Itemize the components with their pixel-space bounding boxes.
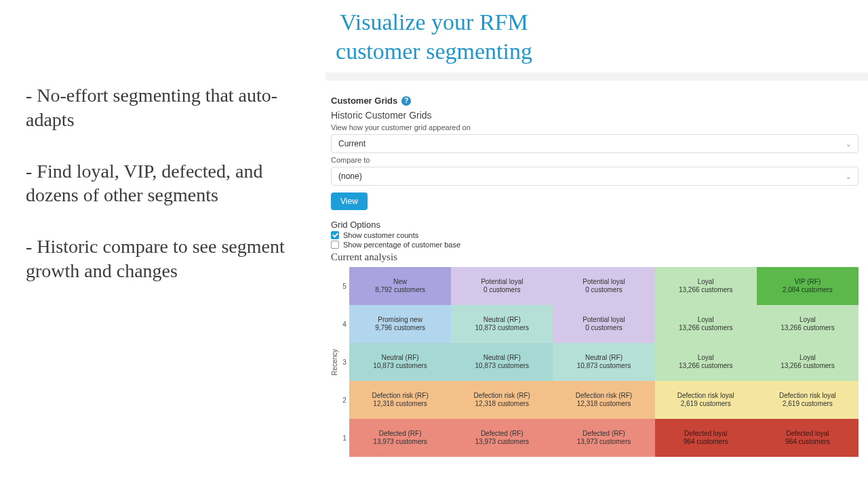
rfm-cell[interactable]: Loyal13,266 customers bbox=[757, 305, 859, 343]
segment-count: 13,266 customers bbox=[781, 324, 835, 333]
segment-count: 12,318 customers bbox=[577, 400, 631, 409]
historic-grids-title: Historic Customer Grids bbox=[331, 110, 859, 121]
segment-name: VIP (RF) bbox=[795, 278, 821, 287]
segment-name: Defected (RF) bbox=[583, 430, 625, 439]
rfm-cell[interactable]: Defected (RF)13,973 customers bbox=[553, 419, 654, 457]
segment-count: 13,266 customers bbox=[679, 362, 733, 371]
segment-count: 8,792 customers bbox=[375, 286, 425, 295]
rfm-cell[interactable]: Defected loyal964 customers bbox=[655, 419, 757, 457]
segment-count: 10,873 customers bbox=[475, 362, 530, 371]
compare-select-value: (none) bbox=[338, 171, 362, 181]
rfm-cell[interactable]: Potential loyal0 customers bbox=[553, 305, 654, 343]
rfm-cell[interactable]: Defected (RF)13,973 customers bbox=[451, 419, 553, 457]
segment-count: 13,266 customers bbox=[679, 286, 733, 295]
segment-count: 964 customers bbox=[684, 438, 728, 447]
show-counts-label: Show customer counts bbox=[343, 231, 418, 239]
y-axis-label: Recency bbox=[331, 349, 338, 375]
grid-options-title: Grid Options bbox=[331, 220, 859, 230]
segment-name: Potential loyal bbox=[583, 278, 625, 287]
rfm-cell[interactable]: Neutral (RF)10,873 customers bbox=[553, 343, 654, 381]
segment-name: Defection risk loyal bbox=[677, 392, 734, 401]
rfm-cell[interactable]: Neutral (RF)10,873 customers bbox=[451, 343, 553, 381]
segment-name: Loyal bbox=[800, 316, 816, 325]
rfm-cell[interactable]: Defected (RF)13,973 customers bbox=[349, 419, 451, 457]
rfm-cell[interactable]: New8,792 customers bbox=[349, 267, 451, 305]
rfm-cell[interactable]: Potential loyal0 customers bbox=[451, 267, 553, 305]
segment-count: 0 customers bbox=[585, 286, 622, 295]
rfm-cell[interactable]: Defection risk (RF)12,318 customers bbox=[349, 381, 451, 419]
show-counts-option[interactable]: Show customer counts bbox=[331, 231, 859, 239]
segment-name: Loyal bbox=[800, 354, 816, 363]
rfm-cell[interactable]: Defected loyal964 customers bbox=[757, 419, 859, 457]
segment-name: Loyal bbox=[698, 316, 714, 325]
segment-name: Defected loyal bbox=[684, 430, 727, 439]
show-pct-label: Show percentage of customer base bbox=[343, 241, 460, 249]
rfm-cell[interactable]: Neutral (RF)10,873 customers bbox=[349, 343, 451, 381]
checkbox-icon[interactable] bbox=[331, 231, 339, 239]
checkbox-icon[interactable] bbox=[331, 241, 339, 249]
bullet-item: - Historic compare to see segment growth… bbox=[26, 235, 313, 283]
segment-count: 13,973 customers bbox=[577, 438, 631, 447]
current-analysis-title: Current analysis bbox=[331, 251, 859, 263]
customer-grids-title: Customer Grids ? bbox=[331, 96, 859, 106]
segment-name: Neutral (RF) bbox=[484, 354, 521, 363]
historic-grids-desc: View how your customer grid appeared on bbox=[331, 123, 859, 131]
segment-name: Loyal bbox=[698, 278, 714, 287]
segment-name: Potential loyal bbox=[583, 316, 625, 325]
rfm-cell[interactable]: Defection risk loyal2,619 customers bbox=[655, 381, 757, 419]
rfm-cell[interactable]: Potential loyal0 customers bbox=[553, 267, 654, 305]
segment-count: 2,084 customers bbox=[783, 286, 833, 295]
headline-line-2: customer segmenting bbox=[0, 37, 868, 66]
segment-name: Defected (RF) bbox=[481, 430, 524, 439]
segment-name: Defection risk (RF) bbox=[372, 392, 428, 401]
segment-count: 13,266 customers bbox=[679, 324, 733, 333]
segment-name: Defection risk (RF) bbox=[474, 392, 530, 401]
bullet-item: - No-effort segmenting that auto-adapts bbox=[26, 83, 313, 132]
marketing-bullets: - No-effort segmenting that auto-adapts … bbox=[0, 78, 326, 457]
rfm-cell[interactable]: Loyal13,266 customers bbox=[655, 305, 757, 343]
segment-name: Defection risk loyal bbox=[779, 392, 836, 401]
y-tick: 5 bbox=[340, 283, 349, 290]
rfm-cell[interactable]: Defection risk (RF)12,318 customers bbox=[451, 381, 553, 419]
segment-name: Defection risk (RF) bbox=[576, 392, 632, 401]
segment-count: 0 customers bbox=[484, 286, 520, 295]
segment-count: 13,973 customers bbox=[475, 438, 530, 447]
rfm-cell[interactable]: Loyal13,266 customers bbox=[655, 343, 757, 381]
segment-count: 9,796 customers bbox=[375, 324, 425, 333]
segment-name: Promising new bbox=[378, 316, 422, 325]
segment-name: Neutral (RF) bbox=[585, 354, 623, 363]
rfm-cell[interactable]: VIP (RF)2,084 customers bbox=[757, 267, 859, 305]
segment-name: Defected loyal bbox=[786, 430, 829, 439]
y-tick: 1 bbox=[340, 434, 349, 442]
segment-count: 10,873 customers bbox=[475, 324, 530, 333]
chevron-down-icon: ⌄ bbox=[846, 140, 851, 148]
rfm-cell[interactable]: Loyal13,266 customers bbox=[757, 343, 859, 381]
rfm-cell[interactable]: Loyal13,266 customers bbox=[655, 267, 757, 305]
y-tick: 3 bbox=[340, 359, 349, 366]
segment-count: 10,873 customers bbox=[373, 362, 427, 371]
segment-name: New bbox=[393, 278, 407, 287]
segment-count: 13,973 customers bbox=[373, 438, 427, 447]
date-select[interactable]: Current ⌄ bbox=[331, 134, 859, 153]
segment-name: Neutral (RF) bbox=[382, 354, 419, 363]
compare-select[interactable]: (none) ⌄ bbox=[331, 167, 859, 186]
y-tick: 2 bbox=[340, 396, 349, 404]
rfm-cell[interactable]: Neutral (RF)10,873 customers bbox=[451, 305, 553, 343]
segment-name: Potential loyal bbox=[481, 278, 523, 287]
bullet-item: - Find loyal, VIP, defected, and dozens … bbox=[26, 159, 313, 208]
chevron-down-icon: ⌄ bbox=[846, 173, 851, 180]
help-icon[interactable]: ? bbox=[401, 96, 411, 106]
segment-name: Defected (RF) bbox=[379, 430, 422, 439]
segment-count: 10,873 customers bbox=[577, 362, 631, 371]
segment-count: 2,619 customers bbox=[783, 400, 833, 409]
segment-name: Loyal bbox=[698, 354, 714, 363]
segment-name: Neutral (RF) bbox=[484, 316, 521, 325]
segment-count: 13,266 customers bbox=[781, 362, 835, 371]
app-topbar bbox=[326, 73, 868, 81]
view-button[interactable]: View bbox=[331, 192, 368, 210]
rfm-cell[interactable]: Defection risk (RF)12,318 customers bbox=[553, 381, 654, 419]
rfm-cell[interactable]: Defection risk loyal2,619 customers bbox=[757, 381, 859, 419]
rfm-cell[interactable]: Promising new9,796 customers bbox=[349, 305, 451, 343]
show-pct-option[interactable]: Show percentage of customer base bbox=[331, 241, 859, 249]
page-headline: Visualize your RFM customer segmenting bbox=[0, 8, 868, 66]
